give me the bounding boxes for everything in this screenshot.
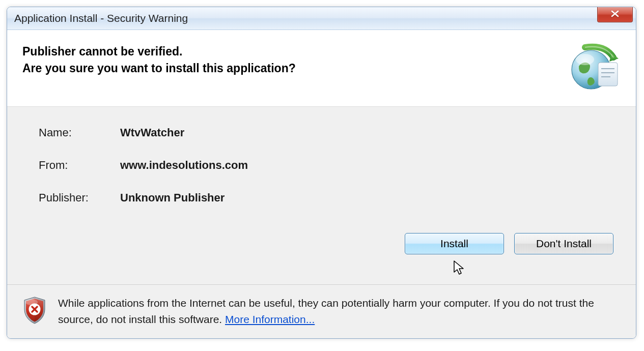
from-value: www.indesolutions.com [120, 159, 248, 172]
svg-point-1 [576, 54, 594, 65]
button-row: Install Don't Install [39, 233, 613, 254]
header-line-1: Publisher cannot be verified. [22, 43, 559, 60]
name-value: WtvWatcher [120, 126, 184, 139]
publisher-label: Publisher: [39, 191, 120, 204]
footer-warning-text: While applications from the Internet can… [58, 297, 594, 325]
dont-install-button[interactable]: Don't Install [514, 233, 613, 254]
shield-warning-icon [22, 296, 47, 325]
security-warning-dialog: Application Install - Security Warning P… [7, 7, 636, 339]
name-label: Name: [39, 126, 120, 139]
info-table: Name: WtvWatcher From: www.indesolutions… [39, 126, 610, 224]
dialog-header: Publisher cannot be verified. Are you su… [7, 30, 636, 107]
publisher-value: Unknown Publisher [120, 191, 225, 204]
header-line-2: Are you sure you want to install this ap… [22, 60, 559, 77]
svg-rect-2 [598, 63, 618, 86]
footer-warning: While applications from the Internet can… [58, 295, 621, 327]
from-label: From: [39, 159, 120, 172]
clickonce-globe-icon [570, 43, 621, 94]
install-button[interactable]: Install [405, 233, 504, 254]
titlebar: Application Install - Security Warning [7, 7, 636, 30]
info-row-publisher: Publisher: Unknown Publisher [39, 191, 610, 204]
more-information-link[interactable]: More Information... [225, 313, 315, 325]
info-row-from: From: www.indesolutions.com [39, 159, 610, 172]
header-message: Publisher cannot be verified. Are you su… [22, 43, 559, 77]
svg-point-7 [25, 299, 38, 305]
close-button[interactable] [597, 7, 633, 22]
close-icon [610, 10, 620, 19]
dialog-footer: While applications from the Internet can… [7, 284, 636, 338]
window-title: Application Install - Security Warning [14, 12, 188, 24]
info-row-name: Name: WtvWatcher [39, 126, 610, 139]
dialog-body: Name: WtvWatcher From: www.indesolutions… [7, 107, 636, 284]
